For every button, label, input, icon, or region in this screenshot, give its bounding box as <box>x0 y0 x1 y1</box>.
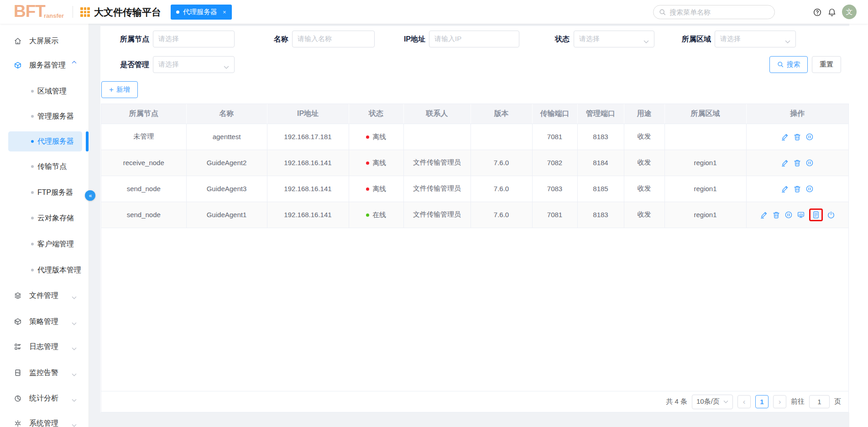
cell-region <box>664 124 746 150</box>
chevron-down-icon <box>723 400 728 404</box>
chevron-down-icon <box>72 370 77 374</box>
sidebar-item-代理服务器[interactable]: 代理服务器 <box>0 131 89 151</box>
menu-search-input[interactable] <box>669 8 761 16</box>
sidebar-item-服务器管理[interactable]: 服务器管理 <box>0 55 89 75</box>
sidebar-item-客户端管理[interactable]: 客户端管理 <box>0 234 89 254</box>
search-button[interactable]: 搜索 <box>769 56 808 73</box>
status-label: 离线 <box>372 185 386 193</box>
filter-label-状态: 状态 <box>528 31 570 47</box>
page-size-select[interactable]: 10条/页 <box>692 395 733 409</box>
delete-action-icon[interactable] <box>793 159 801 167</box>
tab-close-icon[interactable]: × <box>223 9 226 16</box>
bullet-dot-icon <box>31 140 34 143</box>
edit-action-icon[interactable] <box>781 133 789 141</box>
page-title: 大文件传输平台 <box>94 6 161 19</box>
pause-action-icon[interactable] <box>805 185 814 193</box>
cell-ip: 192.168.16.141 <box>267 202 349 228</box>
document-action-icon[interactable] <box>812 211 820 219</box>
status-label: 离线 <box>372 159 386 167</box>
filter-select-所属区域[interactable]: 请选择 <box>715 31 796 47</box>
monitor-icon <box>14 369 22 377</box>
sidebar-item-系统管理[interactable]: 系统管理 <box>0 413 89 427</box>
sidebar-item-label: FTP服务器 <box>37 182 73 203</box>
chevron-down-icon <box>72 344 77 348</box>
goto-page-input[interactable]: 1 <box>809 395 830 408</box>
delete-action-icon[interactable] <box>772 211 780 219</box>
sidebar-item-label: 代理服务器 <box>37 131 74 151</box>
bullet-dot-icon <box>31 191 34 194</box>
filter-select-所属节点[interactable]: 请选择 <box>153 31 235 47</box>
list-icon <box>14 343 22 351</box>
sidebar-item-大屏展示[interactable]: 大屏展示 <box>0 31 89 51</box>
sidebar-item-监控告警[interactable]: 监控告警 <box>0 363 89 383</box>
sidebar-item-label: 监控告警 <box>29 363 58 383</box>
sidebar-item-云对象存储[interactable]: 云对象存储 <box>0 208 89 228</box>
status-dot-icon <box>366 161 369 165</box>
avatar-text: 文 <box>846 8 853 16</box>
tab-proxy-server[interactable]: 代理服务器 × <box>171 5 232 20</box>
filter-input-名称[interactable]: 请输入名称 <box>292 31 375 47</box>
current-page-button[interactable]: 1 <box>755 395 769 408</box>
placeholder-text: 请输入名称 <box>298 35 369 43</box>
filter-select-状态[interactable]: 请选择 <box>574 31 654 47</box>
add-button[interactable]: + 新增 <box>101 81 138 98</box>
cell-name: GuideAgent1 <box>186 202 267 228</box>
reset-button[interactable]: 重置 <box>812 56 841 73</box>
edit-action-icon[interactable] <box>760 211 768 219</box>
cell-usage: 收发 <box>624 124 664 150</box>
sidebar-item-label: 代理版本管理 <box>37 260 81 280</box>
next-icon: › <box>779 397 781 406</box>
sidebar-item-代理版本管理[interactable]: 代理版本管理 <box>0 260 89 280</box>
sidebar-item-区域管理[interactable]: 区域管理 <box>0 81 89 101</box>
sidebar-item-策略管理[interactable]: 策略管理 <box>0 312 89 332</box>
bullet-dot-icon <box>31 115 34 118</box>
filter-select-是否管理[interactable]: 请选择 <box>153 56 235 73</box>
user-avatar[interactable]: 文 <box>842 5 857 19</box>
search-button-label: 搜索 <box>787 60 800 69</box>
filter-input-IP地址[interactable]: 请输入IP <box>429 31 519 47</box>
search-icon <box>777 61 784 68</box>
filter-label-名称: 名称 <box>251 31 288 47</box>
filter-label-IP地址: IP地址 <box>388 31 425 47</box>
layers-icon <box>14 292 22 300</box>
sidebar-item-FTP服务器[interactable]: FTP服务器 <box>0 182 89 203</box>
monitor-action-icon[interactable] <box>797 211 805 219</box>
edit-action-icon[interactable] <box>781 185 789 193</box>
sidebar-item-label: 系统管理 <box>29 413 58 427</box>
pause-action-icon[interactable] <box>805 159 814 167</box>
sidebar-item-传输节点[interactable]: 传输节点 <box>0 156 89 177</box>
next-page-button[interactable]: › <box>773 395 786 408</box>
add-button-label: 新增 <box>116 85 130 94</box>
cell-usage: 收发 <box>624 202 664 228</box>
chevron-down-icon <box>224 63 229 67</box>
cell-version: 7.6.0 <box>471 150 532 176</box>
sidebar-collapse-button[interactable]: « <box>85 190 95 201</box>
column-header-名称: 名称 <box>186 104 267 124</box>
sidebar-item-统计分析[interactable]: 统计分析 <box>0 388 89 408</box>
help-icon[interactable] <box>813 8 822 17</box>
sidebar-item-日志管理[interactable]: 日志管理 <box>0 337 89 357</box>
pause-action-icon[interactable] <box>784 211 793 219</box>
pause-action-icon[interactable] <box>805 133 814 141</box>
power-action-icon[interactable] <box>827 211 835 219</box>
column-header-用途: 用途 <box>624 104 664 124</box>
edit-action-icon[interactable] <box>781 159 789 167</box>
placeholder-text: 请选择 <box>158 35 229 43</box>
delete-action-icon[interactable] <box>793 185 801 193</box>
cell-transfer-port: 7081 <box>532 202 577 228</box>
sidebar-item-文件管理[interactable]: 文件管理 <box>0 286 89 306</box>
status-dot-icon <box>366 214 369 217</box>
delete-action-icon[interactable] <box>793 133 801 141</box>
status-badge: 离线 <box>366 159 386 167</box>
cell-region: region1 <box>664 176 746 202</box>
main-content: 所属节点请选择名称请输入名称IP地址请输入IP状态请选择所属区域请选择是否管理请… <box>89 24 849 427</box>
pagination: 共 4 条 10条/页 ‹ 1 › 前往 1 页 <box>101 391 848 412</box>
menu-search-box[interactable] <box>653 5 775 19</box>
bell-icon[interactable] <box>827 8 837 17</box>
pagination-total: 共 4 条 <box>666 397 687 406</box>
column-header-所属节点: 所属节点 <box>101 104 186 124</box>
sidebar-item-管理服务器[interactable]: 管理服务器 <box>0 106 89 126</box>
reset-button-label: 重置 <box>820 60 833 69</box>
prev-page-button[interactable]: ‹ <box>737 395 751 408</box>
status-label: 在线 <box>372 211 386 219</box>
